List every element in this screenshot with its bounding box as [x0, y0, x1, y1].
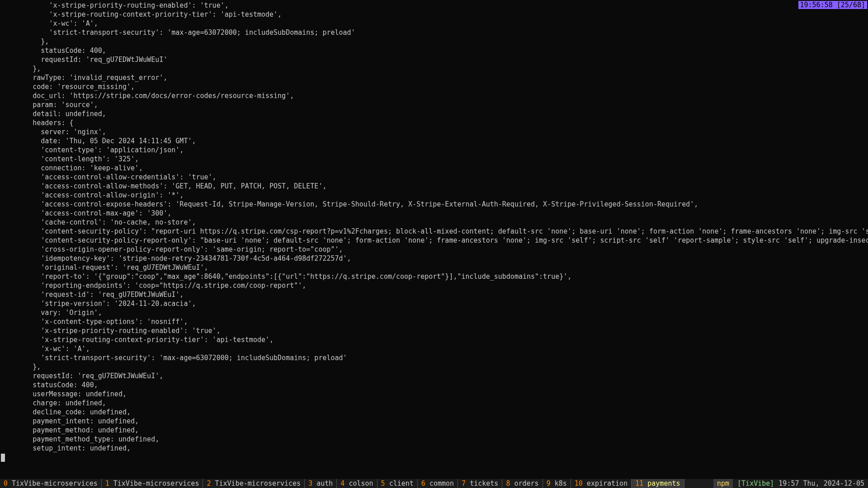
- tmux-window-9[interactable]: 9 k8s: [543, 479, 571, 488]
- tmux-window-5[interactable]: 5 client: [377, 479, 418, 488]
- tmux-window-label: k8s: [551, 479, 567, 488]
- tmux-window-10[interactable]: 10 expiration: [571, 479, 632, 488]
- tmux-window-label: orders: [510, 479, 538, 488]
- tmux-window-label: colson: [344, 479, 373, 488]
- npm-segment: npm: [713, 479, 733, 488]
- tmux-window-2[interactable]: 2 TixVibe-microservices: [203, 479, 305, 488]
- tmux-window-8[interactable]: 8 orders: [502, 479, 542, 488]
- terminal-output[interactable]: 'x-stripe-priority-routing-enabled': 'tr…: [0, 0, 868, 479]
- tmux-window-num: 6: [421, 479, 425, 488]
- tmux-window-label: tickets: [466, 479, 498, 488]
- tmux-window-4[interactable]: 4 colson: [337, 479, 377, 488]
- tmux-window-3[interactable]: 3 auth: [305, 479, 337, 488]
- tmux-window-label: TixVibe-microservices: [8, 479, 98, 488]
- tmux-window-num: 0: [4, 479, 8, 488]
- tmux-statusbar: 0 TixVibe-microservices1 TixVibe-microse…: [0, 479, 868, 488]
- tmux-window-11[interactable]: 11 payments: [632, 479, 684, 488]
- tmux-windows: 0 TixVibe-microservices1 TixVibe-microse…: [0, 479, 684, 488]
- statusbar-spacer: [684, 479, 713, 488]
- tmux-window-num: 11: [635, 479, 643, 488]
- statusbar-right: npm [TixVibe] 19:57 Thu, 2024-12-05: [713, 479, 868, 488]
- clock-segment: 19:57 Thu, 2024-12-05: [778, 479, 864, 488]
- tmux-window-label: TixVibe-microservices: [211, 479, 301, 488]
- tmux-window-num: 7: [462, 479, 466, 488]
- tmux-window-label: expiration: [583, 479, 627, 488]
- tmux-window-num: 9: [547, 479, 551, 488]
- tmux-window-label: client: [385, 479, 414, 488]
- tmux-window-label: payments: [643, 479, 680, 488]
- tmux-window-0[interactable]: 0 TixVibe-microservices: [0, 479, 102, 488]
- session-name: [TixVibe]: [737, 479, 774, 488]
- terminal-cursor: [1, 454, 5, 462]
- tmux-window-7[interactable]: 7 tickets: [458, 479, 502, 488]
- tmux-window-label: TixVibe-microservices: [109, 479, 199, 488]
- tmux-window-num: 3: [308, 479, 312, 488]
- tmux-window-label: auth: [312, 479, 333, 488]
- tmux-window-label: common: [425, 479, 454, 488]
- tmux-window-num: 10: [575, 479, 583, 488]
- tmux-window-num: 5: [381, 479, 385, 488]
- tmux-window-num: 1: [105, 479, 109, 488]
- tmux-window-1[interactable]: 1 TixVibe-microservices: [102, 479, 203, 488]
- tmux-window-6[interactable]: 6 common: [418, 479, 458, 488]
